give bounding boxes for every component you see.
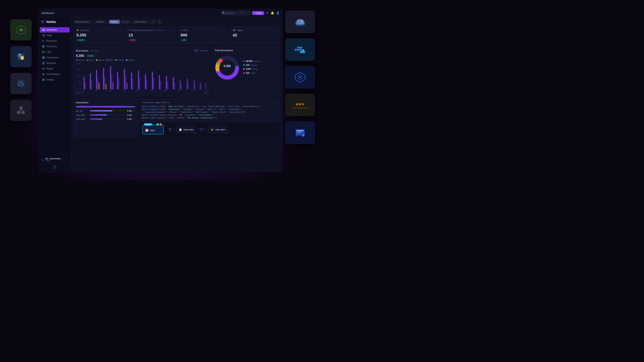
k8s-icon: ⎈ (294, 71, 306, 83)
svg-rect-37 (295, 49, 297, 51)
org-type: Cloud (46, 160, 64, 162)
legend-created: Created (126, 59, 134, 61)
failed-label: Failed (250, 72, 255, 74)
svg-rect-110 (110, 66, 111, 89)
code-line-1: from kestra import Kestra (142, 101, 277, 104)
x-axis-labels: 6/7 6/10 6/13 6/16 6/19 6/22 6/25 6/28 6… (82, 90, 208, 91)
sidebar-item-namespaces[interactable]: Namespaces (40, 55, 70, 60)
sidebar-item-settings[interactable]: Settings (40, 77, 70, 82)
legend-running: Running (115, 59, 124, 61)
blueprints-icon (42, 62, 45, 64)
msg-icon: ≡ (295, 128, 306, 138)
namespaces-icon (42, 56, 45, 59)
svg-line-66 (43, 35, 44, 35)
gcloud-icon (294, 17, 306, 27)
main-window: Dashboard 🔍 Jump to... Ctrl/Cmd + K + Cr… (38, 9, 283, 172)
dot (315, 27, 316, 27)
svg-rect-102 (90, 73, 91, 89)
exec-item-send: send_alert 6.45s ✓ (76, 118, 135, 120)
exec-item-api-bar-wrap (90, 110, 124, 111)
duration-toggle-switch[interactable] (194, 49, 199, 52)
running-count: 334 (246, 64, 249, 66)
main-content: All namespaces ▾ All flows ▾ Relative Ab… (71, 17, 282, 172)
svg-rect-120 (138, 71, 139, 89)
exec-item-api-check: ✓ (134, 110, 135, 112)
legend-success-item: 19.900 Success (243, 60, 277, 62)
refresh-button[interactable]: ↺ (151, 19, 156, 24)
export-icon[interactable]: ⤢ (119, 29, 120, 31)
executions-stat-icon: ⚡ (76, 29, 79, 31)
sidebar-item-administration[interactable]: Administration › (40, 71, 70, 77)
svg-rect-111 (111, 75, 112, 89)
svg-text:≡: ≡ (302, 134, 304, 136)
stat-triggers: ⚡ Triggers ⤢ 42 (230, 26, 280, 44)
stat-header: ⚡ Triggers ⤢ (233, 29, 277, 31)
svg-text:Pg: Pg (19, 81, 22, 84)
svg-rect-121 (139, 78, 140, 89)
namespace-filter[interactable]: All namespaces ▾ (73, 20, 93, 24)
exec-item-api-bar (90, 110, 112, 111)
search-bar[interactable]: 🔍 Jump to... Ctrl/Cmd + K (220, 11, 250, 15)
flows-filter[interactable]: All flows ▾ (94, 20, 107, 24)
bar-chart-container: 400 300 200 100 0 (76, 62, 208, 94)
svg-rect-119 (132, 79, 133, 89)
float-card-kafka (10, 100, 32, 121)
settings-filter-button[interactable]: ⊙ (157, 19, 162, 24)
search-placeholder: Jump to... (226, 12, 235, 14)
absolute-toggle-button[interactable]: Absolute (120, 20, 131, 24)
svg-point-91 (44, 74, 44, 75)
filter-bar: All namespaces ▾ All flows ▾ Relative Ab… (73, 19, 280, 24)
flows-badge: ↑ 2% (181, 39, 187, 41)
date-range-filter[interactable]: Last 30 days ▾ (132, 20, 149, 24)
export-icon[interactable]: ⤢ (223, 29, 225, 31)
sidebar-item-flows[interactable]: Flows (40, 33, 70, 38)
check-success: ✓ (156, 123, 159, 126)
relative-absolute-toggle: Relative Absolute (109, 20, 131, 24)
sidebar-logo-text: kestra. (46, 20, 56, 24)
export-icon[interactable]: ⤢ (275, 29, 277, 31)
sidebar-item-blueprints[interactable]: Blueprints (40, 60, 70, 66)
bar-chart-svg (81, 62, 208, 89)
sidebar-collapse-section: ‹ (40, 164, 69, 170)
svg-rect-104 (96, 70, 97, 89)
export-icon[interactable]: ⤢ (171, 29, 173, 31)
chart-title-area: Executions (per day) (76, 49, 98, 52)
svg-rect-129 (167, 81, 168, 89)
flows-filter-label: All flows (96, 21, 104, 23)
sidebar-item-tasks[interactable]: Tasks Runs (40, 44, 70, 49)
exec-item-send-bar-wrap (90, 118, 124, 120)
send-alert-node[interactable]: ⚡ send_alert ✏ (208, 126, 227, 133)
exec-item-send-bar (90, 118, 102, 120)
namespace-filter-label: All namespaces (75, 21, 89, 23)
flows-label: Flows (183, 29, 188, 31)
svg-point-20 (18, 112, 20, 113)
organization-item[interactable]: ▲ My_organization Cloud ⤢ (40, 156, 69, 163)
svg-point-90 (42, 74, 43, 75)
task-edit-icon[interactable]: ✏ (194, 131, 196, 134)
sidebar-item-dashboard[interactable]: Dashboard (40, 27, 70, 32)
svg-rect-62 (44, 30, 44, 31)
sidebar-item-logs[interactable]: Logs (40, 49, 70, 55)
exec-item-api-name: api_call (76, 110, 88, 112)
duration-toggle[interactable]: Duration (194, 49, 208, 52)
sidebar-item-plugins[interactable]: Plugins (40, 66, 70, 71)
trigger-node[interactable]: triggers ✓ ✗ 📅 daily (142, 125, 164, 134)
executions-icon (42, 40, 45, 42)
sidebar-collapse-button[interactable]: ‹ (53, 165, 56, 169)
sidebar-item-executions[interactable]: Executions (40, 38, 70, 44)
create-button[interactable]: + Create (252, 11, 264, 15)
nodejs-icon: JS N (16, 24, 26, 35)
svg-marker-68 (43, 40, 44, 42)
svg-rect-116 (125, 76, 126, 89)
aws-subtitle: Amazon Web Services (292, 107, 308, 109)
executions-axis-label: Executions (76, 92, 84, 94)
svg-rect-57 (42, 22, 43, 23)
send-data-node[interactable]: 📋 send_data ✏ (176, 126, 195, 133)
bell-icon: 🔔 (271, 11, 274, 15)
relative-toggle-button[interactable]: Relative (109, 20, 120, 24)
task-edit-icon-2[interactable]: ✏ (225, 131, 228, 134)
svg-rect-77 (44, 56, 44, 57)
donut-chart-svg: 5.355 (215, 55, 240, 80)
trigger-badge: triggers (144, 123, 152, 126)
legend-killed: Killed (106, 59, 113, 61)
